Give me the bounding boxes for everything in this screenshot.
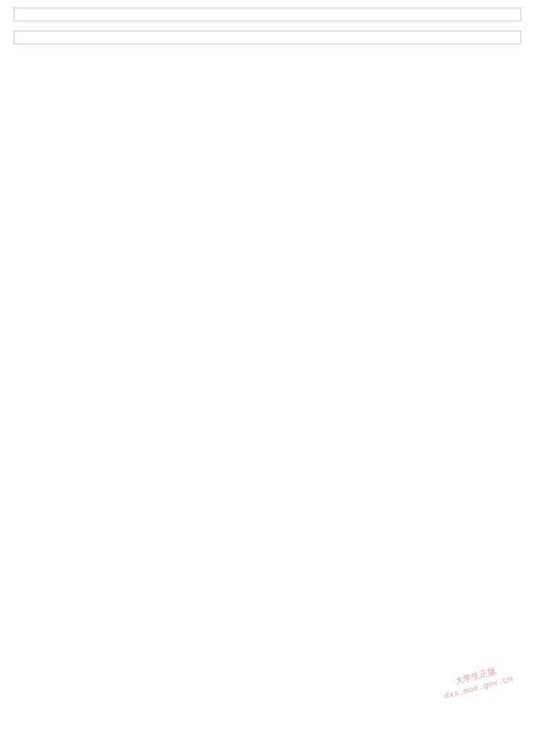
- watermark-text: 大学生正版dxs.moe.gov.cn: [439, 663, 514, 704]
- bottom-code-block: [14, 31, 521, 44]
- watermark: 大学生正版dxs.moe.gov.cn: [439, 663, 514, 704]
- page-container: [0, 8, 535, 44]
- top-code-block: [14, 8, 521, 21]
